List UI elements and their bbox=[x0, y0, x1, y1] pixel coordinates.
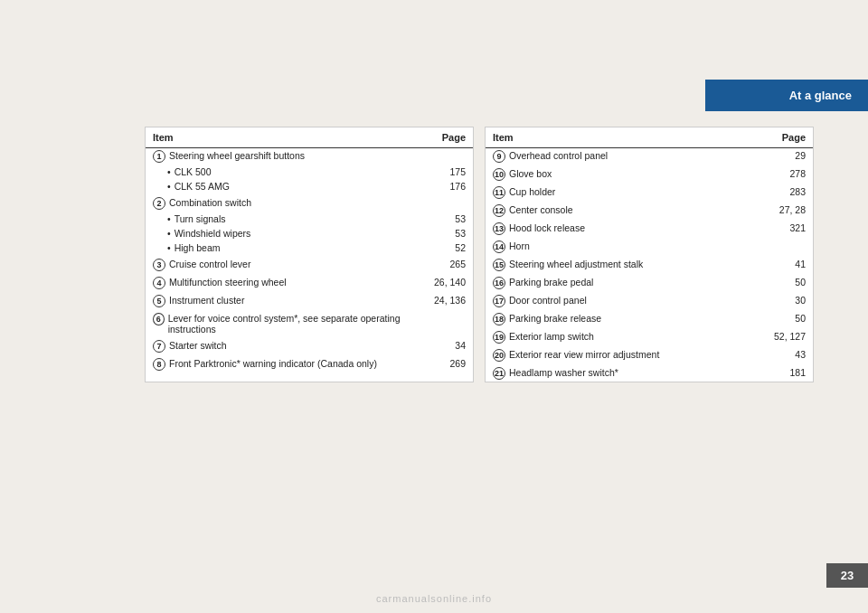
item-number: 14 bbox=[493, 240, 505, 253]
item-cell: 13Hood lock release bbox=[486, 219, 746, 237]
item-text: Parking brake release bbox=[509, 313, 601, 324]
page-cell: 29 bbox=[746, 148, 813, 165]
page-cell bbox=[427, 193, 473, 212]
tab-label: At a glance bbox=[789, 89, 852, 102]
table-row: 21Headlamp washer switch*181 bbox=[486, 363, 813, 382]
page-cell: 265 bbox=[427, 255, 473, 273]
item-text: Steering wheel gearshift buttons bbox=[169, 150, 305, 161]
page-cell bbox=[427, 309, 473, 336]
table-row: 18Parking brake release50 bbox=[486, 309, 813, 327]
item-cell: 10Glove box bbox=[486, 165, 746, 183]
page-cell: 52, 127 bbox=[746, 327, 813, 345]
page-cell: 50 bbox=[746, 309, 813, 327]
table-row: 1Steering wheel gearshift buttons bbox=[146, 148, 473, 165]
left-col-page-header: Page bbox=[427, 127, 473, 148]
bullet-icon: • bbox=[167, 166, 171, 177]
item-text: Exterior rear view mirror adjustment bbox=[509, 349, 659, 360]
item-cell: 5Instrument cluster bbox=[146, 291, 427, 309]
page-cell: 43 bbox=[746, 345, 813, 363]
sub-item-text: CLK 500 bbox=[175, 166, 212, 177]
item-text: Cruise control lever bbox=[169, 259, 250, 269]
sub-page-cell: 175 bbox=[427, 165, 473, 179]
item-number: 3 bbox=[153, 259, 165, 271]
table-row: 7Starter switch34 bbox=[146, 336, 473, 354]
bullet-icon: • bbox=[167, 228, 171, 239]
table-row: 10Glove box278 bbox=[486, 165, 813, 183]
item-cell: 14Horn bbox=[486, 237, 746, 255]
item-cell: 19Exterior lamp switch bbox=[486, 327, 746, 345]
right-table: Item Page 9Overhead control panel2910Glo… bbox=[486, 127, 813, 382]
right-col-page-header: Page bbox=[746, 127, 813, 148]
page-cell bbox=[427, 148, 473, 165]
table-row: 8Front Parktronic* warning indicator (Ca… bbox=[146, 354, 473, 373]
item-number: 4 bbox=[153, 277, 165, 289]
left-table-container: Item Page 1Steering wheel gearshift butt… bbox=[145, 127, 474, 382]
left-col-item-header: Item bbox=[146, 127, 427, 148]
table-row: 17Door control panel30 bbox=[486, 291, 813, 309]
page-cell: 283 bbox=[746, 183, 813, 201]
item-text: Multifunction steering wheel bbox=[169, 277, 287, 288]
item-text: Starter switch bbox=[169, 340, 227, 351]
page-cell: 27, 28 bbox=[746, 201, 813, 219]
item-cell: 1Steering wheel gearshift buttons bbox=[146, 148, 427, 165]
section-tab: At a glance bbox=[705, 80, 868, 111]
main-content: Item Page 1Steering wheel gearshift butt… bbox=[145, 127, 814, 382]
item-number: 7 bbox=[153, 340, 165, 353]
table-row: 5Instrument cluster24, 136 bbox=[146, 291, 473, 309]
table-row: 20Exterior rear view mirror adjustment43 bbox=[486, 345, 813, 363]
table-row: •CLK 500175 bbox=[146, 165, 473, 179]
table-row: •High beam52 bbox=[146, 240, 473, 255]
item-cell: 18Parking brake release bbox=[486, 309, 746, 327]
table-row: 14Horn bbox=[486, 237, 813, 255]
item-text: Exterior lamp switch bbox=[509, 331, 594, 342]
bullet-icon: • bbox=[167, 242, 171, 253]
item-number: 1 bbox=[153, 150, 165, 163]
sub-item-text: CLK 55 AMG bbox=[175, 181, 230, 192]
item-text: Combination switch bbox=[169, 197, 251, 208]
table-row: 11Cup holder283 bbox=[486, 183, 813, 201]
sub-item-cell: •Turn signals bbox=[146, 212, 427, 226]
item-text: Overhead control panel bbox=[509, 150, 608, 161]
item-number: 12 bbox=[493, 204, 505, 217]
item-cell: 17Door control panel bbox=[486, 291, 746, 309]
page-cell: 24, 136 bbox=[427, 291, 473, 309]
page-cell: 41 bbox=[746, 255, 813, 273]
table-row: •CLK 55 AMG176 bbox=[146, 179, 473, 193]
sub-item-text: Windshield wipers bbox=[175, 228, 251, 239]
table-row: 4Multifunction steering wheel26, 140 bbox=[146, 273, 473, 291]
item-number: 16 bbox=[493, 277, 505, 289]
page-cell: 321 bbox=[746, 219, 813, 237]
item-text: Hood lock release bbox=[509, 222, 585, 233]
sub-item-cell: •CLK 55 AMG bbox=[146, 179, 427, 193]
table-row: 3Cruise control lever265 bbox=[146, 255, 473, 273]
item-cell: 11Cup holder bbox=[486, 183, 746, 201]
page-cell bbox=[746, 237, 813, 255]
table-row: 9Overhead control panel29 bbox=[486, 148, 813, 165]
item-text: Headlamp washer switch* bbox=[509, 367, 618, 378]
item-number: 6 bbox=[153, 313, 165, 325]
table-row: 15Steering wheel adjustment stalk41 bbox=[486, 255, 813, 273]
item-number: 11 bbox=[493, 186, 505, 199]
sub-item-cell: •High beam bbox=[146, 240, 427, 255]
table-row: •Turn signals53 bbox=[146, 212, 473, 226]
item-text: Center console bbox=[509, 204, 573, 215]
page-cell: 181 bbox=[746, 363, 813, 382]
page-number: 23 bbox=[841, 569, 854, 582]
left-table: Item Page 1Steering wheel gearshift butt… bbox=[146, 127, 473, 373]
item-number: 10 bbox=[493, 168, 505, 181]
right-col-item-header: Item bbox=[486, 127, 746, 148]
bullet-icon: • bbox=[167, 213, 171, 224]
table-row: 16Parking brake pedal50 bbox=[486, 273, 813, 291]
item-number: 8 bbox=[153, 358, 165, 371]
item-text: Front Parktronic* warning indicator (Can… bbox=[169, 358, 377, 369]
item-number: 17 bbox=[493, 295, 505, 307]
page-cell: 269 bbox=[427, 354, 473, 373]
sub-item-text: Turn signals bbox=[175, 213, 226, 224]
item-text: Cup holder bbox=[509, 186, 555, 197]
item-text: Door control panel bbox=[509, 295, 587, 306]
item-number: 13 bbox=[493, 222, 505, 235]
item-number: 18 bbox=[493, 313, 505, 325]
item-number: 5 bbox=[153, 295, 165, 307]
bullet-icon: • bbox=[167, 181, 171, 192]
item-cell: 20Exterior rear view mirror adjustment bbox=[486, 345, 746, 363]
